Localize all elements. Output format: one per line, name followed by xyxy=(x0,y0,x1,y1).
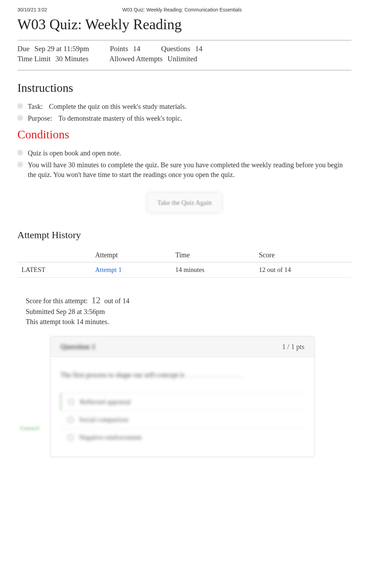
bullet-icon xyxy=(17,103,23,109)
print-header: 30/10/21 3:02 W03 Quiz: Weekly Reading: … xyxy=(17,7,352,13)
question-prompt: The first process to shape our self-conc… xyxy=(60,371,184,379)
li-text: You will have 30 minutes to complete the… xyxy=(28,160,352,179)
points-label: Points xyxy=(110,45,128,53)
score-line: Score for this attempt: 12 out of 14 xyxy=(26,295,352,306)
document-title: W03 Quiz: Weekly Reading: Communication … xyxy=(13,7,352,13)
list-item: Purpose: To demonstrate mastery of this … xyxy=(17,113,352,123)
fill-blank-icon xyxy=(186,377,242,377)
score-suffix: out of 14 xyxy=(104,297,129,305)
table-col-score: Score xyxy=(255,248,352,262)
attempts-label: Allowed Attempts xyxy=(109,55,163,63)
points-item: Points 14 xyxy=(110,45,140,53)
li-label: Task: xyxy=(28,102,43,111)
table-col-time: Time xyxy=(171,248,255,262)
answer-text: Social comparison xyxy=(79,416,128,424)
question-title: Question 1 xyxy=(60,342,96,351)
submitted-line: Submitted Sep 28 at 3:56pm xyxy=(26,308,352,316)
took-line: This attempt took 14 minutes. xyxy=(26,318,352,326)
score-label: Score for this attempt: xyxy=(26,297,88,305)
points-value: 14 xyxy=(133,45,140,53)
time-cell: 14 minutes xyxy=(171,262,255,277)
instructions-list: Task: Complete the quiz on this week's s… xyxy=(17,102,352,123)
list-item: You will have 30 minutes to complete the… xyxy=(17,160,352,179)
due-item: Due Sep 29 at 11:59pm xyxy=(17,45,89,53)
bullet-icon xyxy=(17,150,23,155)
answer-text: Reflected appraisal xyxy=(80,398,131,406)
bullet-icon xyxy=(17,162,23,167)
timelimit-value: 30 Minutes xyxy=(56,55,89,63)
answer-text: Negative reinforcement xyxy=(79,434,142,441)
page-title: W03 Quiz: Weekly Reading xyxy=(17,16,352,33)
conditions-heading: Conditions xyxy=(17,128,352,141)
score-cell: 12 out of 14 xyxy=(255,262,352,277)
timelimit-item: Time Limit 30 Minutes xyxy=(17,55,89,63)
radio-icon xyxy=(67,434,74,441)
attempt-history-heading: Attempt History xyxy=(17,229,352,241)
li-text: Complete the quiz on this week's study m… xyxy=(49,102,187,111)
table-col-attempt: Attempt xyxy=(91,248,171,262)
attempts-value: Unlimited xyxy=(167,55,197,63)
attempts-item: Allowed Attempts Unlimited xyxy=(109,55,197,63)
attempt-cell: Attempt 1 xyxy=(91,262,171,277)
table-row: LATEST Attempt 1 14 minutes 12 out of 14 xyxy=(17,262,352,277)
radio-icon xyxy=(68,399,74,405)
radio-icon xyxy=(67,417,74,423)
score-section: Score for this attempt: 12 out of 14 Sub… xyxy=(17,295,352,326)
attempt-link[interactable]: Attempt 1 xyxy=(95,266,122,273)
answer-row: Negative reinforcement xyxy=(60,428,304,446)
quiz-meta-bar: Due Sep 29 at 11:59pm Points 14 Question… xyxy=(17,40,352,71)
question-text: The first process to shape our self-conc… xyxy=(60,371,304,379)
answer-row: Social comparison xyxy=(60,411,304,428)
due-value: Sep 29 at 11:59pm xyxy=(34,45,89,53)
li-text: Quiz is open book and open note. xyxy=(28,148,121,158)
take-again-wrap: Take the Quiz Again xyxy=(17,193,352,212)
list-item: Quiz is open book and open note. xyxy=(17,148,352,158)
instructions-heading: Instructions xyxy=(17,81,352,95)
questions-item: Questions 14 xyxy=(161,45,203,53)
attempt-history-table: Attempt Time Score LATEST Attempt 1 14 m… xyxy=(17,248,352,278)
questions-label: Questions xyxy=(161,45,190,53)
latest-cell: LATEST xyxy=(17,262,91,277)
li-text: To demonstrate mastery of this week's to… xyxy=(58,113,182,123)
li-label: Purpose: xyxy=(28,113,52,123)
timelimit-label: Time Limit xyxy=(17,55,51,63)
questions-value: 14 xyxy=(195,45,203,53)
due-label: Due xyxy=(17,45,30,53)
question-header: Question 1 1 / 1 pts xyxy=(51,337,314,357)
conditions-list: Quiz is open book and open note. You wil… xyxy=(17,148,352,179)
answer-row-correct: Reflected appraisal xyxy=(60,393,304,411)
question-card: Correct! Question 1 1 / 1 pts The first … xyxy=(50,336,314,457)
bullet-icon xyxy=(17,115,23,121)
question-points: 1 / 1 pts xyxy=(282,343,304,351)
score-value: 12 xyxy=(91,295,100,305)
take-quiz-again-button[interactable]: Take the Quiz Again xyxy=(148,193,221,212)
question-body: The first process to shape our self-conc… xyxy=(51,357,314,457)
correct-badge: Correct! xyxy=(20,425,40,432)
table-col-blank xyxy=(17,248,91,262)
list-item: Task: Complete the quiz on this week's s… xyxy=(17,102,352,111)
